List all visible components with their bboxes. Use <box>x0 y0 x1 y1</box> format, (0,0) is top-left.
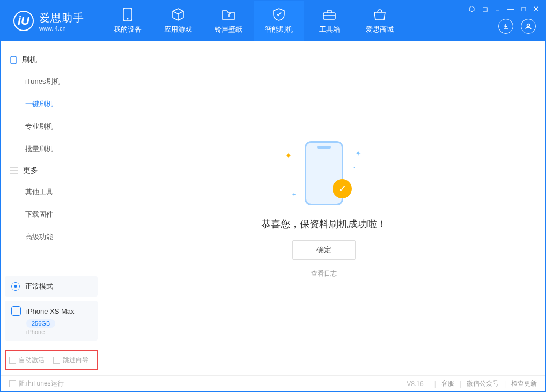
sidebar-item-advanced[interactable]: 高级功能 <box>1 226 102 248</box>
sparkle-icon: ✦ <box>292 191 296 197</box>
menu-icon[interactable]: ≡ <box>496 5 500 13</box>
confirm-button[interactable]: 确定 <box>292 240 356 260</box>
app-url: www.i4.cn <box>39 25 84 32</box>
download-button[interactable] <box>498 19 513 34</box>
nav-store[interactable]: 爱思商城 <box>355 1 405 41</box>
shirt-icon[interactable]: ⬡ <box>469 5 475 13</box>
sidebar-item-batch-flash[interactable]: 批量刷机 <box>1 138 102 160</box>
list-icon <box>10 167 18 174</box>
mode-status-card[interactable]: 正常模式 <box>5 276 98 297</box>
logo-icon: iU <box>13 11 34 31</box>
shield-icon <box>272 8 286 21</box>
sparkle-icon: ✦ <box>285 151 292 160</box>
toolbox-icon <box>322 8 336 21</box>
success-message: 恭喜您，保资料刷机成功啦！ <box>261 218 387 231</box>
device-small-icon <box>10 56 17 64</box>
nav-my-device[interactable]: 我的设备 <box>102 1 153 41</box>
storage-badge: 256GB <box>26 319 55 328</box>
sparkle-icon: • <box>353 165 355 170</box>
music-folder-icon <box>222 8 235 21</box>
checkbox-icon <box>9 357 16 364</box>
sidebar-item-oneclick-flash[interactable]: 一键刷机 <box>1 93 102 115</box>
highlighted-options: 自动激活 跳过向导 <box>5 350 98 370</box>
svg-point-1 <box>127 18 129 20</box>
checkbox-icon <box>9 380 16 387</box>
main-nav: 我的设备 应用游戏 铃声壁纸 智能刷机 工具箱 爱思商城 <box>102 1 405 41</box>
maximize-button[interactable]: □ <box>521 5 526 13</box>
footer-link-update[interactable]: 检查更新 <box>511 379 537 388</box>
feedback-icon[interactable]: ◻ <box>482 5 488 13</box>
logo-area: iU 爱思助手 www.i4.cn <box>1 11 102 32</box>
status-dot-icon <box>11 282 20 291</box>
checkbox-block-itunes[interactable]: 阻止iTunes运行 <box>9 379 64 388</box>
device-card[interactable]: iPhone XS Max 256GB iPhone <box>5 301 98 341</box>
phone-icon <box>121 8 135 21</box>
view-log-link[interactable]: 查看日志 <box>311 269 337 278</box>
footer-link-support[interactable]: 客服 <box>441 379 454 388</box>
sidebar-item-pro-flash[interactable]: 专业刷机 <box>1 115 102 138</box>
sidebar-group-flash: 刷机 <box>1 50 102 70</box>
sidebar-group-more: 更多 <box>1 160 102 181</box>
sparkle-icon: ✦ <box>355 149 361 158</box>
close-button[interactable]: ✕ <box>533 5 539 13</box>
sidebar-item-other-tools[interactable]: 其他工具 <box>1 181 102 203</box>
cube-icon <box>171 8 185 21</box>
footer: 阻止iTunes运行 V8.16 | 客服 | 微信公众号 | 检查更新 <box>1 375 545 391</box>
nav-apps-games[interactable]: 应用游戏 <box>153 1 203 41</box>
nav-toolbox[interactable]: 工具箱 <box>304 1 355 41</box>
svg-rect-4 <box>11 56 16 64</box>
window-controls: ⬡ ◻ ≡ — □ ✕ <box>469 5 539 13</box>
header-right-actions <box>498 19 536 34</box>
store-icon <box>373 8 387 21</box>
sidebar-item-download-firmware[interactable]: 下载固件 <box>1 203 102 226</box>
device-icon <box>11 306 21 316</box>
checkbox-skip-guide[interactable]: 跳过向导 <box>53 356 88 365</box>
checkmark-badge-icon: ✓ <box>333 179 352 198</box>
header: iU 爱思助手 www.i4.cn 我的设备 应用游戏 铃声壁纸 智能刷机 工具… <box>1 1 545 41</box>
checkbox-auto-activate[interactable]: 自动激活 <box>9 356 45 365</box>
svg-rect-2 <box>323 13 335 19</box>
nav-smart-flash[interactable]: 智能刷机 <box>254 1 304 41</box>
checkbox-icon <box>53 357 60 364</box>
user-button[interactable] <box>521 19 536 34</box>
footer-link-wechat[interactable]: 微信公众号 <box>467 379 499 388</box>
sidebar-item-itunes-flash[interactable]: iTunes刷机 <box>1 70 102 93</box>
version-label: V8.16 <box>407 380 423 388</box>
device-type: iPhone <box>26 329 91 335</box>
svg-point-3 <box>527 24 530 27</box>
minimize-button[interactable]: — <box>507 5 514 13</box>
app-name: 爱思助手 <box>39 11 84 25</box>
sidebar: 刷机 iTunes刷机 一键刷机 专业刷机 批量刷机 更多 其他工具 下载固件 … <box>1 41 102 375</box>
main-content: ✦ ✦ ✦ • ✓ 恭喜您，保资料刷机成功啦！ 确定 查看日志 <box>102 41 545 375</box>
nav-ringtones[interactable]: 铃声壁纸 <box>203 1 254 41</box>
success-illustration: ✦ ✦ ✦ • ✓ <box>276 138 372 208</box>
